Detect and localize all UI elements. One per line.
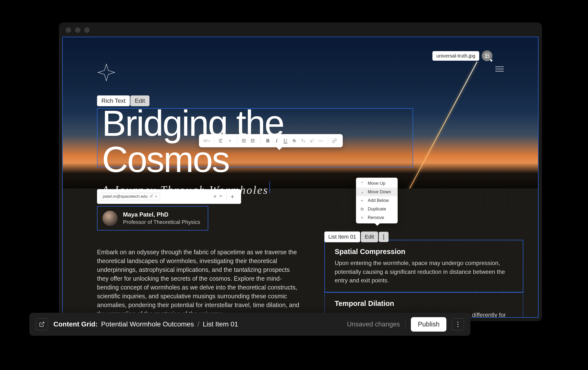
- editor-canvas[interactable]: universal-truth.jpg Rich Text Edit Bridg…: [62, 37, 539, 318]
- status-bar: Content Grid: Potential Wormhole Outcome…: [29, 313, 470, 336]
- code-button[interactable]: </>: [318, 139, 324, 143]
- item-context-menu: ⌃Move Up ⌄Move Down +Add Below ⧉Duplicat…: [356, 178, 398, 223]
- menu-move-up[interactable]: ⌃Move Up: [356, 179, 398, 188]
- cursor-icon: [489, 58, 494, 64]
- close-icon: ×: [360, 215, 364, 220]
- card-title[interactable]: Temporal Dilation: [335, 300, 513, 308]
- breadcrumb-group-label: Content Grid:: [53, 320, 98, 328]
- list-item-more-button[interactable]: ⋮: [379, 232, 389, 242]
- hero-image-chip: universal-truth.jpg: [432, 50, 492, 61]
- separator: [237, 138, 237, 144]
- window-traffic-lights: [66, 27, 90, 33]
- list-item-edit-button[interactable]: Edit: [361, 231, 378, 242]
- plus-icon: +: [360, 198, 364, 203]
- menu-add-below[interactable]: +Add Below: [356, 196, 398, 205]
- hero-image-filename: universal-truth.jpg: [432, 51, 479, 61]
- author-role: Professor of Theoretical Physics: [123, 219, 200, 225]
- text-format-toolbar: H5 ▾ ▾ B I U S X2 X2 </>: [199, 134, 343, 147]
- breadcrumb-item[interactable]: List Item 01: [203, 320, 238, 328]
- email-chip: patel.m@spacetech.edu ×: [100, 193, 160, 200]
- svg-point-1: [486, 55, 487, 56]
- indent-decrease-icon[interactable]: [241, 138, 248, 143]
- more-actions-button[interactable]: ⋮: [452, 318, 464, 330]
- traffic-minimize[interactable]: [75, 27, 80, 33]
- image-icon: [484, 53, 490, 58]
- author-email-picker[interactable]: patel.m@spacetech.edu × × +: [97, 189, 241, 204]
- clear-icon[interactable]: ×: [213, 193, 217, 200]
- traffic-close[interactable]: [66, 27, 71, 33]
- separator: [260, 138, 261, 144]
- breadcrumb-separator: /: [197, 320, 199, 328]
- separator: [405, 319, 405, 329]
- separator: [214, 138, 214, 144]
- superscript-button[interactable]: X2: [309, 138, 315, 143]
- edit-image-button[interactable]: [482, 50, 492, 61]
- author-avatar: [102, 211, 118, 226]
- chevron-up-icon: ⌃: [360, 181, 364, 186]
- expand-dropdown-icon[interactable]: [219, 193, 223, 200]
- add-author-button[interactable]: +: [226, 191, 238, 202]
- rocket-trail: [403, 62, 538, 184]
- list-item-label: List Item 01: [324, 231, 360, 242]
- menu-move-down[interactable]: ⌄Move Down: [356, 188, 398, 196]
- chevron-down-icon: ⌄: [360, 189, 364, 195]
- external-link-icon: [39, 321, 45, 327]
- menu-remove[interactable]: ×Remove: [356, 213, 398, 222]
- heading-dropdown[interactable]: H5 ▾: [203, 139, 210, 143]
- traffic-maximize[interactable]: [84, 27, 90, 33]
- align-left-icon[interactable]: [218, 138, 224, 143]
- align-chevron-icon[interactable]: ▾: [227, 139, 233, 143]
- open-external-button[interactable]: [36, 318, 48, 330]
- card-body[interactable]: Upon entering the wormhole, space may un…: [335, 259, 513, 285]
- publish-button[interactable]: Publish: [411, 317, 446, 332]
- author-card[interactable]: Maya Patel, PhD Professor of Theoretical…: [97, 206, 208, 231]
- underline-button[interactable]: U: [282, 138, 289, 144]
- link-icon[interactable]: [332, 138, 338, 143]
- strikethrough-button[interactable]: S: [291, 138, 297, 144]
- list-item-card-selected[interactable]: Spatial Compression Upon entering the wo…: [324, 240, 523, 293]
- list-item-badge: List Item 01 Edit ⋮: [324, 231, 389, 242]
- breadcrumb: Content Grid: Potential Wormhole Outcome…: [53, 320, 238, 328]
- italic-button[interactable]: I: [273, 138, 280, 144]
- hamburger-menu-icon[interactable]: [495, 67, 504, 71]
- bold-button[interactable]: B: [265, 138, 271, 144]
- author-name: Maya Patel, PhD: [123, 211, 200, 218]
- email-value: patel.m@spacetech.edu: [103, 194, 148, 199]
- breadcrumb-group-name[interactable]: Potential Wormhole Outcomes: [101, 320, 194, 328]
- site-logo-icon[interactable]: [97, 63, 116, 83]
- remove-email-icon[interactable]: ×: [155, 194, 157, 199]
- separator: [328, 138, 328, 144]
- duplicate-icon: ⧉: [360, 207, 364, 212]
- svg-line-11: [41, 322, 44, 325]
- menu-duplicate[interactable]: ⧉Duplicate: [356, 205, 398, 213]
- edit-email-icon[interactable]: [150, 194, 153, 199]
- article-body[interactable]: Embark on an odyssey through the fabric …: [97, 248, 303, 318]
- card-title[interactable]: Spatial Compression: [335, 248, 513, 256]
- subscript-button[interactable]: X2: [300, 138, 306, 143]
- indent-increase-icon[interactable]: [250, 138, 257, 143]
- app-window: universal-truth.jpg Rich Text Edit Bridg…: [59, 23, 542, 321]
- save-status: Unsaved changes: [347, 321, 400, 328]
- text-cursor: [270, 181, 270, 193]
